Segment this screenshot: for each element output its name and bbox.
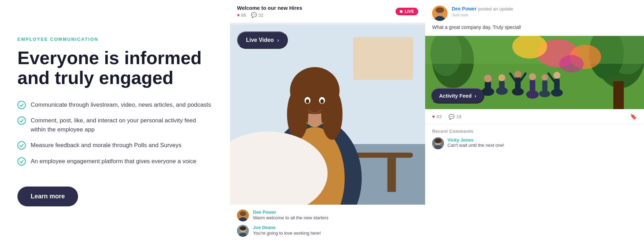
svg-point-59 [529, 73, 536, 80]
activity-feed-button[interactable]: Activity Feed › [431, 88, 484, 104]
svg-point-48 [484, 75, 492, 82]
svg-point-32 [436, 7, 444, 13]
comment-section: Dee Power Warm welcome to all the new st… [230, 205, 425, 243]
svg-point-51 [498, 74, 505, 81]
live-dot [400, 10, 402, 13]
activity-comments-stat: 💬 19 [449, 114, 461, 120]
check-icon-3 [17, 141, 26, 150]
svg-rect-50 [499, 81, 505, 92]
live-video-panel: Welcome to our new Hires ♥ 86 💬 32 LIVE [230, 0, 425, 243]
svg-rect-9 [388, 158, 396, 192]
recent-comment-1: Vicky Jones Can't wait until the next on… [432, 137, 637, 149]
likes-stat: ♥ 86 [237, 13, 246, 18]
svg-point-0 [18, 101, 25, 109]
chevron-right-icon: › [277, 37, 279, 43]
recent-comment-1-content: Vicky Jones Can't wait until the next on… [447, 137, 504, 148]
svg-point-45 [559, 55, 584, 73]
learn-more-button[interactable]: Learn more [17, 187, 78, 206]
svg-point-28 [240, 226, 246, 230]
activity-image: Activity Feed › [425, 36, 644, 109]
svg-point-17 [321, 89, 343, 140]
check-icon-1 [17, 101, 26, 109]
activity-likes-stat: ♥ 63 [432, 114, 442, 119]
user-post-header: Dee Power posted an update Just now [432, 6, 637, 21]
timestamp: Just now [452, 13, 513, 17]
user-post-name-line: Dee Power posted an update [452, 6, 513, 12]
svg-point-20 [306, 99, 309, 103]
svg-rect-52 [515, 77, 521, 89]
check-icon-4 [17, 157, 26, 166]
svg-point-54 [514, 71, 521, 78]
comment-1-content: Dee Power Warm welcome to all the new st… [253, 210, 328, 220]
svg-point-2 [18, 142, 25, 149]
svg-point-65 [553, 72, 560, 79]
svg-point-53 [512, 88, 524, 96]
svg-point-61 [539, 90, 550, 97]
avatar-dee-power [237, 210, 249, 221]
user-post-info: Dee Power posted an update Just now [452, 6, 513, 17]
comment-bubble-icon: 💬 [449, 114, 454, 120]
svg-point-24 [240, 211, 246, 216]
main-heading: Everyone is informed and truly engaged [17, 48, 213, 88]
feature-list: Communicate through livestream, video, n… [17, 100, 213, 173]
recent-comments-section: Recent Comments Vicky Jones Can't wait u… [425, 124, 644, 153]
svg-rect-47 [485, 81, 491, 92]
live-badge: LIVE [396, 8, 418, 15]
svg-point-58 [526, 90, 539, 99]
recent-comments-label: Recent Comments [432, 129, 637, 134]
feature-item-1: Communicate through livestream, video, n… [17, 100, 213, 109]
svg-point-64 [551, 89, 563, 97]
feature-item-4: An employee engagement platform that giv… [17, 157, 213, 166]
heart-icon: ♥ [237, 13, 240, 18]
avatar-vicky-jones [432, 137, 444, 149]
comment-item-2: Joe Deane You're going to love working h… [237, 225, 418, 237]
check-icon-2 [17, 116, 26, 125]
left-content: EMPLOYEE COMMUNICATION Everyone is infor… [0, 0, 230, 243]
svg-point-3 [18, 158, 25, 165]
svg-point-1 [18, 117, 25, 124]
comment-icon: 💬 [251, 12, 257, 18]
svg-point-16 [287, 89, 308, 140]
post-info: Welcome to our new Hires ♥ 86 💬 32 [237, 5, 302, 18]
comment-item-1: Dee Power Warm welcome to all the new st… [237, 210, 418, 221]
svg-rect-38 [613, 81, 624, 109]
feature-item-3: Measure feedback and morale through Poll… [17, 141, 213, 150]
svg-point-69 [435, 138, 442, 143]
dee-power-avatar [432, 6, 447, 21]
activity-feed-panel: Dee Power posted an update Just now What… [425, 0, 644, 243]
live-video-button[interactable]: Live Video › [237, 31, 288, 49]
svg-rect-10 [353, 37, 413, 80]
post-footer: ♥ 63 💬 19 🔖 [425, 109, 644, 124]
comment-2-content: Joe Deane You're going to love working h… [253, 225, 321, 236]
section-label: EMPLOYEE COMMUNICATION [17, 37, 213, 42]
right-content: Welcome to our new Hires ♥ 86 💬 32 LIVE [230, 0, 644, 243]
user-name-link[interactable]: Dee Power [452, 6, 477, 12]
live-video-top-bar: Welcome to our new Hires ♥ 86 💬 32 LIVE [230, 0, 425, 23]
feature-item-2: Comment, post, like, and interact on you… [17, 116, 213, 134]
post-stats: ♥ 86 💬 32 [237, 12, 302, 18]
avatar-joe-deane [237, 225, 249, 237]
activity-top-card: Dee Power posted an update Just now What… [425, 0, 644, 36]
comments-stat: 💬 32 [251, 12, 263, 18]
svg-point-21 [320, 99, 324, 103]
heart-icon-activity: ♥ [432, 114, 435, 119]
activity-feed-chevron-icon: › [474, 93, 476, 99]
post-body-text: What a great company day. Truly special! [432, 24, 637, 30]
svg-point-62 [542, 74, 548, 81]
bookmark-icon: 🔖 [630, 113, 637, 120]
post-title: Welcome to our new Hires [237, 5, 302, 11]
